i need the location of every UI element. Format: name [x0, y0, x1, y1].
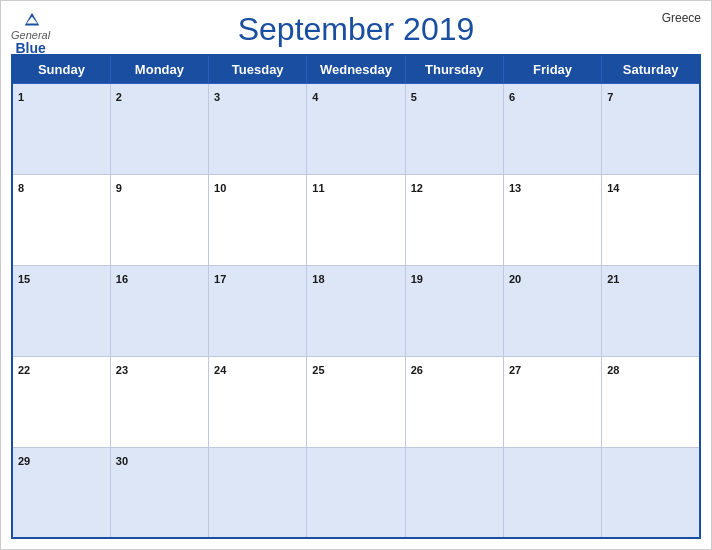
calendar-cell [602, 447, 700, 538]
calendar-cell: 29 [12, 447, 110, 538]
day-number-29: 29 [18, 455, 30, 467]
calendar-cell: 28 [602, 356, 700, 447]
day-number-11: 11 [312, 182, 324, 194]
day-number-10: 10 [214, 182, 226, 194]
day-number-15: 15 [18, 273, 30, 285]
week-row-2: 891011121314 [12, 174, 700, 265]
calendar-cell: 7 [602, 84, 700, 175]
week-row-3: 15161718192021 [12, 265, 700, 356]
header-thursday: Thursday [405, 55, 503, 84]
week-row-4: 22232425262728 [12, 356, 700, 447]
logo-icon [23, 11, 41, 29]
day-number-22: 22 [18, 364, 30, 376]
day-number-30: 30 [116, 455, 128, 467]
day-number-14: 14 [607, 182, 619, 194]
weekday-header-row: Sunday Monday Tuesday Wednesday Thursday… [12, 55, 700, 84]
day-number-20: 20 [509, 273, 521, 285]
calendar-cell: 17 [209, 265, 307, 356]
calendar-cell: 2 [110, 84, 208, 175]
calendar-cell: 16 [110, 265, 208, 356]
day-number-28: 28 [607, 364, 619, 376]
calendar-cell: 30 [110, 447, 208, 538]
day-number-16: 16 [116, 273, 128, 285]
calendar-cell: 23 [110, 356, 208, 447]
calendar-cell: 4 [307, 84, 405, 175]
calendar-cell: 10 [209, 174, 307, 265]
week-row-1: 1234567 [12, 84, 700, 175]
calendar-cell: 9 [110, 174, 208, 265]
header-friday: Friday [503, 55, 601, 84]
calendar-cell [209, 447, 307, 538]
day-number-18: 18 [312, 273, 324, 285]
calendar-cell: 3 [209, 84, 307, 175]
calendar-cell: 18 [307, 265, 405, 356]
calendar-cell: 24 [209, 356, 307, 447]
calendar-cell: 20 [503, 265, 601, 356]
calendar-cell: 27 [503, 356, 601, 447]
calendar-table: Sunday Monday Tuesday Wednesday Thursday… [11, 54, 701, 539]
day-number-25: 25 [312, 364, 324, 376]
calendar-cell [307, 447, 405, 538]
header-sunday: Sunday [12, 55, 110, 84]
calendar-title: September 2019 [238, 11, 475, 48]
day-number-21: 21 [607, 273, 619, 285]
calendar-wrapper: General Blue September 2019 Greece Sunda… [0, 0, 712, 550]
day-number-3: 3 [214, 91, 220, 103]
day-number-13: 13 [509, 182, 521, 194]
header-tuesday: Tuesday [209, 55, 307, 84]
logo-blue-label: Blue [15, 41, 45, 56]
calendar-header: General Blue September 2019 Greece [11, 11, 701, 48]
country-label: Greece [662, 11, 701, 25]
day-number-8: 8 [18, 182, 24, 194]
calendar-cell: 25 [307, 356, 405, 447]
day-number-6: 6 [509, 91, 515, 103]
day-number-17: 17 [214, 273, 226, 285]
calendar-cell: 13 [503, 174, 601, 265]
calendar-cell: 14 [602, 174, 700, 265]
calendar-cell: 22 [12, 356, 110, 447]
day-number-23: 23 [116, 364, 128, 376]
calendar-cell: 26 [405, 356, 503, 447]
day-number-24: 24 [214, 364, 226, 376]
day-number-19: 19 [411, 273, 423, 285]
day-number-9: 9 [116, 182, 122, 194]
calendar-cell: 5 [405, 84, 503, 175]
day-number-1: 1 [18, 91, 24, 103]
day-number-26: 26 [411, 364, 423, 376]
logo-area: General Blue [11, 11, 50, 56]
day-number-7: 7 [607, 91, 613, 103]
day-number-2: 2 [116, 91, 122, 103]
calendar-cell [503, 447, 601, 538]
calendar-cell: 1 [12, 84, 110, 175]
calendar-cell: 12 [405, 174, 503, 265]
calendar-cell: 21 [602, 265, 700, 356]
calendar-cell [405, 447, 503, 538]
header-saturday: Saturday [602, 55, 700, 84]
day-number-12: 12 [411, 182, 423, 194]
header-monday: Monday [110, 55, 208, 84]
calendar-cell: 15 [12, 265, 110, 356]
calendar-cell: 19 [405, 265, 503, 356]
calendar-cell: 6 [503, 84, 601, 175]
day-number-5: 5 [411, 91, 417, 103]
calendar-cell: 11 [307, 174, 405, 265]
week-row-5: 2930 [12, 447, 700, 538]
header-wednesday: Wednesday [307, 55, 405, 84]
calendar-cell: 8 [12, 174, 110, 265]
day-number-4: 4 [312, 91, 318, 103]
day-number-27: 27 [509, 364, 521, 376]
